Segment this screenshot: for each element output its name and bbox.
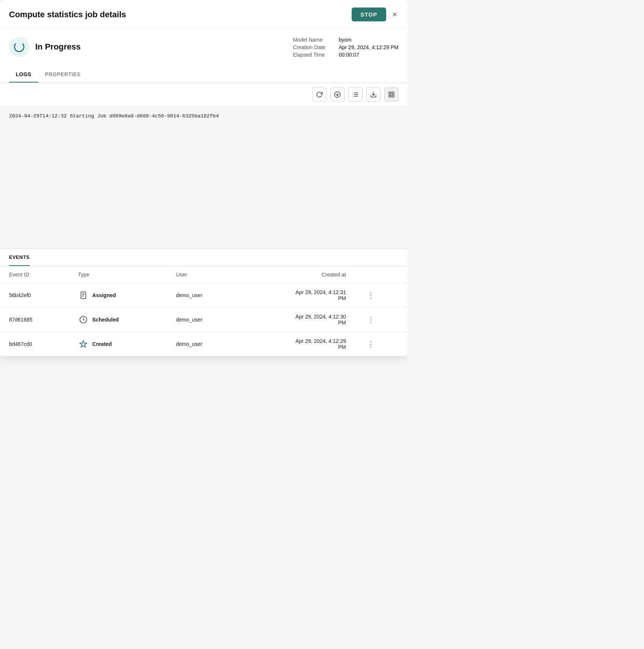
created-icon [78,339,89,349]
row-more-cell: ⋮ [355,308,408,332]
col-actions [355,266,408,283]
stop-button[interactable]: STOP [352,8,387,21]
svg-rect-9 [389,92,391,94]
status-label: In Progress [35,42,81,52]
more-options-button[interactable]: ⋮ [364,314,378,326]
created-at-cell: Apr 29, 2024, 4:12:31 PM [241,283,355,308]
table-row: 56b42ef0 Assigned demo_user Apr 29, 2024… [0,283,408,308]
scheduled-icon [78,314,89,325]
table-row: bd487cd0 Created demo_user Apr 29, 2024,… [0,332,408,356]
close-button[interactable]: × [391,9,399,20]
log-toolbar [0,83,408,107]
meta-model-key: Model Name [293,37,334,43]
events-table-header-row: Event ID Type User Created at [0,266,408,283]
meta-creation-key: Creation Date [293,44,334,50]
col-type: Type [69,266,167,283]
created-at-cell: Apr 29, 2024, 4:12:29 PM [241,332,355,356]
created-at-line1: Apr 29, 2024, 4:12:29 [295,338,346,344]
job-details-dialog: Compute statistics job details STOP × In… [0,0,408,356]
svg-rect-11 [389,95,391,97]
type-label: Scheduled [92,317,119,323]
created-at-line1: Apr 29, 2024, 4:12:31 [295,289,346,295]
svg-rect-10 [392,92,394,94]
user-cell: demo_user [167,283,241,308]
dialog-header: Compute statistics job details STOP × [0,0,408,28]
created-at-line1: Apr 29, 2024, 4:12:30 [295,314,346,320]
filter-button[interactable] [348,87,363,102]
assigned-icon [78,290,89,300]
meta-elapsed-val: 00:00:07 [339,52,359,58]
spinner-icon [14,42,24,52]
events-tab[interactable]: EVENTS [9,249,30,266]
event-id-cell: 87d61685 [0,308,69,332]
status-left: In Progress [9,37,81,57]
type-label: Assigned [92,292,116,298]
grid-icon [388,91,395,98]
log-entry: 2024-04-29T14:12:32 Starting Job d009e0a… [9,113,219,119]
meta-info: Model Name byom Creation Date Apr 29, 20… [293,37,399,58]
download-button[interactable] [330,87,345,102]
filter-icon [352,91,359,98]
created-at-line2: PM [338,344,346,350]
refresh-button[interactable] [312,87,327,102]
header-actions: STOP × [352,8,399,21]
type-label: Created [92,341,112,347]
created-at-line2: PM [338,320,346,326]
event-id-cell: 56b42ef0 [0,283,69,308]
more-options-button[interactable]: ⋮ [364,289,378,301]
log-area: 2024-04-29T14:12:32 Starting Job d009e0a… [0,107,408,249]
meta-row-model: Model Name byom [293,37,399,43]
type-cell: Assigned [69,283,167,308]
event-id-cell: bd487cd0 [0,332,69,356]
refresh-icon [316,91,323,98]
row-more-cell: ⋮ [355,283,408,308]
meta-row-elapsed: Elapsed Time 00:00:07 [293,52,399,58]
meta-creation-val: Apr 29, 2024, 4:12:29 PM [339,44,399,50]
events-table: Event ID Type User Created at 56b42ef0 A… [0,266,408,356]
export-icon [370,91,377,98]
created-at-line2: PM [338,295,346,301]
created-at-cell: Apr 29, 2024, 4:12:30 PM [241,308,355,332]
export-button[interactable] [366,87,381,102]
events-tab-bar: EVENTS [0,249,408,266]
tab-logs[interactable]: LOGS [9,67,38,83]
col-event-id: Event ID [0,266,69,283]
user-cell: demo_user [167,308,241,332]
events-section: EVENTS Event ID Type User Created at 56b… [0,249,408,356]
status-section: In Progress Model Name byom Creation Dat… [0,28,408,64]
tab-properties[interactable]: PROPERTIES [38,67,87,83]
type-cell: Scheduled [69,308,167,332]
type-cell: Created [69,332,167,356]
download-icon [334,91,341,98]
grid-view-button[interactable] [384,87,399,102]
dialog-title: Compute statistics job details [9,10,126,20]
spinner-circle [9,37,29,57]
meta-model-val: byom [339,37,351,43]
svg-rect-12 [392,95,394,97]
meta-row-creation: Creation Date Apr 29, 2024, 4:12:29 PM [293,44,399,50]
meta-elapsed-key: Elapsed Time [293,52,334,58]
user-cell: demo_user [167,332,241,356]
row-more-cell: ⋮ [355,332,408,356]
tab-bar: LOGS PROPERTIES [0,67,408,83]
more-options-button[interactable]: ⋮ [364,338,378,350]
table-row: 87d61685 Scheduled demo_user Apr 29, 202… [0,308,408,332]
col-created-at: Created at [241,266,355,283]
col-user: User [167,266,241,283]
